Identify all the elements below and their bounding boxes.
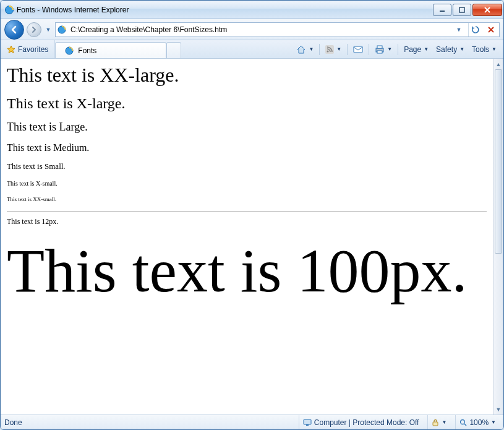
ie-page-icon [64,46,74,56]
separator [347,44,348,55]
tab-label: Fonts [78,46,96,55]
svg-rect-13 [377,46,382,48]
vertical-scrollbar[interactable]: ▲ ▼ [493,59,503,415]
stop-button[interactable] [484,23,498,37]
ie-logo-icon [4,5,14,15]
zoom-icon [459,419,467,426]
maximize-button[interactable] [453,4,471,16]
lock-icon [432,419,439,426]
text-12px: This text is 12px. [7,218,487,226]
address-input[interactable] [69,25,450,35]
svg-rect-2 [459,7,464,12]
svg-rect-17 [433,422,438,426]
tools-menu[interactable]: Tools▼ [469,43,500,56]
tab-strip: Favorites Fonts ▼ ▼ [1,40,503,59]
recent-pages-dropdown[interactable]: ▼ [44,27,53,33]
status-bar: Done Computer | Protected Mode: Off ▼ 10… [1,415,503,429]
minimize-button[interactable] [433,4,451,16]
text-large: This text is Large. [7,121,487,134]
new-tab-button[interactable] [166,42,181,58]
back-button[interactable] [4,20,24,40]
text-medium: This text is Medium. [7,142,487,153]
browser-window: Fonts - Windows Internet Explorer ▼ [0,0,504,430]
print-icon [375,45,385,54]
page-icon [57,25,67,35]
title-bar: Fonts - Windows Internet Explorer [1,1,503,19]
forward-button[interactable] [27,22,41,37]
text-xlarge: This text is X-large. [7,95,487,113]
text-xxsmall: This text is XX-small. [7,196,487,202]
text-xxlarge: This text is XX-large. [7,64,487,87]
status-security[interactable]: ▼ [427,415,450,429]
svg-point-18 [461,419,465,424]
home-icon [296,45,306,54]
text-100px: This text is 100px. [7,235,487,306]
command-bar: ▼ ▼ ▼ Page▼ [293,40,503,58]
status-done-label: Done [4,418,22,427]
svg-rect-11 [354,46,362,53]
scroll-track[interactable] [493,69,503,404]
chevron-down-icon: ▼ [442,419,446,425]
tab-fonts[interactable]: Fonts [55,42,166,58]
status-done: Done [4,415,26,429]
window-controls [432,4,502,16]
scroll-up-arrow-icon[interactable]: ▲ [493,59,503,69]
svg-rect-15 [304,419,311,424]
home-button[interactable]: ▼ [293,43,317,56]
zoom-value: 100% [469,418,489,427]
status-zone: Computer | Protected Mode: Off [299,415,423,429]
close-button[interactable] [472,4,502,16]
read-mail-button[interactable] [350,43,366,56]
address-dropdown[interactable]: ▼ [452,23,466,37]
page-menu-label: Page [404,45,421,54]
status-zone-label: Computer | Protected Mode: Off [314,418,419,427]
separator [398,44,398,55]
refresh-button[interactable] [468,23,482,37]
star-icon [7,45,15,54]
scroll-down-arrow-icon[interactable]: ▼ [493,404,503,415]
divider [7,211,487,212]
window-title: Fonts - Windows Internet Explorer [17,6,432,14]
safety-menu-label: Safety [436,45,457,54]
text-xsmall: This text is X-small. [7,180,487,187]
feeds-button[interactable]: ▼ [322,43,344,56]
feeds-icon [325,45,334,54]
svg-line-19 [464,424,466,426]
svg-rect-16 [306,424,309,426]
print-button[interactable]: ▼ [372,43,395,56]
text-small: This text is Small. [7,162,487,171]
separator [369,44,369,55]
svg-point-10 [327,50,329,52]
svg-rect-14 [377,51,382,53]
tools-menu-label: Tools [472,45,489,54]
computer-icon [303,419,312,426]
chevron-down-icon: ▼ [491,419,496,425]
nav-bar: ▼ ▼ [1,19,503,40]
page-menu[interactable]: Page▼ [401,43,432,56]
separator [319,44,320,55]
scroll-thumb[interactable] [495,69,502,254]
zoom-control[interactable]: 100% ▼ [455,415,500,429]
page-content: This text is XX-large. This text is X-la… [1,59,493,415]
favorites-label: Favorites [18,45,48,54]
favorites-button[interactable]: Favorites [1,40,55,58]
safety-menu[interactable]: Safety▼ [433,43,468,56]
address-bar: ▼ [55,22,500,37]
mail-icon [353,45,363,54]
viewport: This text is XX-large. This text is X-la… [1,59,503,415]
